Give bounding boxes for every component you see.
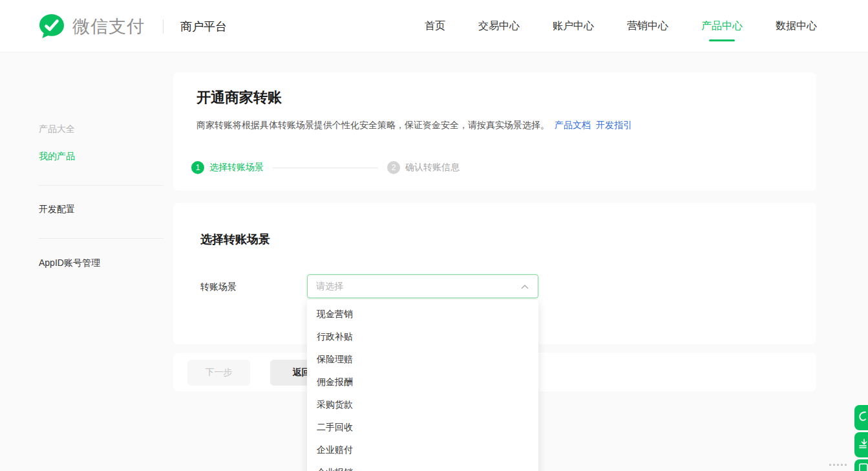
step-2-label: 确认转账信息 — [405, 162, 460, 173]
brand-area[interactable]: 微信支付 商户平台 — [37, 12, 227, 41]
transfer-scene-select[interactable]: 请选择 — [307, 274, 538, 298]
sidebar-item-appid-management[interactable]: AppID账号管理 — [39, 257, 100, 269]
dropdown-option-admin-subsidy[interactable]: 行政补贴 — [307, 325, 538, 348]
next-step-button[interactable]: 下一步 — [187, 360, 250, 386]
header-divider — [163, 19, 164, 34]
product-doc-link[interactable]: 产品文档 — [555, 120, 591, 130]
main-nav: 首页 交易中心 账户中心 营销中心 产品中心 数据中心 — [425, 0, 817, 52]
customer-service-icon — [856, 410, 868, 426]
portal-title: 商户平台 — [180, 19, 227, 34]
sidebar-item-my-products[interactable]: 我的产品 — [39, 151, 75, 162]
dev-guide-link[interactable]: 开发指引 — [596, 120, 632, 130]
active-nav-underline — [709, 39, 735, 41]
chevron-up-icon — [521, 284, 529, 289]
step-1-circle: 1 — [191, 161, 204, 174]
select-placeholder: 请选择 — [316, 281, 521, 292]
step-indicator: 1 选择转账场景 2 确认转账信息 — [191, 160, 460, 175]
customer-service-button[interactable] — [854, 405, 868, 430]
step-connector-line — [273, 168, 378, 168]
wechat-pay-logo-icon — [37, 12, 66, 41]
logo-wordmark: 微信支付 — [72, 15, 145, 38]
dropdown-option-enterprise-compensation[interactable]: 企业赔付 — [307, 439, 538, 461]
nav-item-transaction-center[interactable]: 交易中心 — [478, 0, 520, 52]
nav-item-product-center[interactable]: 产品中心 — [701, 0, 743, 52]
sidebar-divider — [39, 238, 164, 239]
intro-card: 开通商家转账 商家转账将根据具体转账场景提供个性化安全策略，保证资金安全，请按真… — [173, 72, 816, 191]
transfer-scene-dropdown: 现金营销 行政补贴 保险理赔 佣金报酬 采购货款 二手回收 企业赔付 企业报销 — [307, 300, 538, 471]
sidebar-divider — [39, 185, 164, 186]
sidebar-section-label: 产品大全 — [39, 124, 75, 135]
nav-item-data-center[interactable]: 数据中心 — [776, 0, 817, 52]
floating-toolbar — [854, 405, 868, 471]
step-2-circle: 2 — [387, 161, 400, 174]
dropdown-option-commission[interactable]: 佣金报酬 — [307, 371, 538, 393]
top-header: 微信支付 商户平台 首页 交易中心 账户中心 营销中心 产品中心 数据中心 — [0, 0, 868, 52]
sidebar-item-dev-config[interactable]: 开发配置 — [39, 204, 75, 215]
transfer-scene-label: 转账场景 — [200, 281, 237, 293]
survey-button[interactable] — [854, 459, 868, 471]
sidebar: 产品大全 我的产品 开发配置 AppID账号管理 — [0, 52, 173, 471]
dropdown-option-insurance-claim[interactable]: 保险理赔 — [307, 348, 538, 371]
intro-description-text: 商家转账将根据具体转账场景提供个性化安全策略，保证资金安全，请按真实场景选择。 — [196, 120, 549, 130]
intro-description: 商家转账将根据具体转账场景提供个性化安全策略，保证资金安全，请按真实场景选择。产… — [196, 120, 632, 131]
dropdown-option-procurement[interactable]: 采购货款 — [307, 393, 538, 416]
feedback-icon — [856, 437, 868, 453]
dropdown-option-cash-marketing[interactable]: 现金营销 — [307, 303, 538, 325]
illegible-text-fragment — [829, 464, 847, 466]
nav-item-home[interactable]: 首页 — [425, 0, 445, 52]
nav-item-account-center[interactable]: 账户中心 — [553, 0, 594, 52]
feedback-button[interactable] — [854, 432, 868, 457]
dropdown-option-enterprise-reimbursement[interactable]: 企业报销 — [307, 461, 538, 471]
form-heading: 选择转账场景 — [200, 232, 270, 247]
nav-item-marketing-center[interactable]: 营销中心 — [627, 0, 668, 52]
survey-icon — [856, 459, 868, 471]
dropdown-option-secondhand-recycle[interactable]: 二手回收 — [307, 416, 538, 439]
step-1-label: 选择转账场景 — [209, 162, 264, 173]
page-title: 开通商家转账 — [196, 88, 282, 107]
